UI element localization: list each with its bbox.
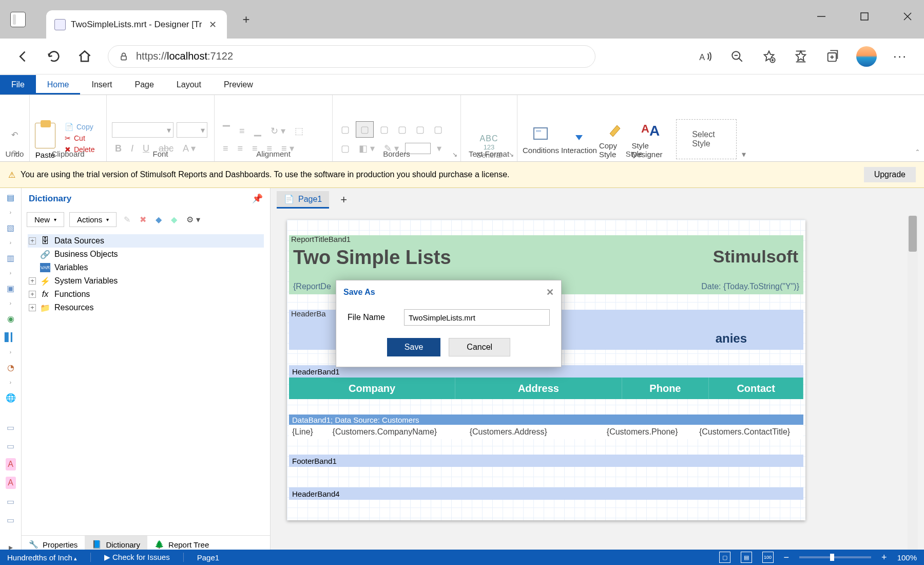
rail-panel-icon[interactable]: ◉ [5,312,17,325]
close-window-button[interactable] [896,5,919,28]
border-left-icon[interactable]: ▢ [395,123,410,136]
add-favorite-icon[interactable] [761,48,777,65]
tree-system-variables[interactable]: +⚡System Variables [28,274,264,288]
col-company[interactable]: Company [289,378,455,399]
align-bottom-icon[interactable]: ▁ [251,124,264,138]
rail-data-icon[interactable]: A [6,458,16,470]
zoom-slider[interactable] [799,556,871,558]
font-size-combo[interactable]: ▾ [177,122,207,138]
zoom-thumb[interactable] [830,554,834,561]
move-up-icon[interactable]: ◆ [153,213,164,227]
copy-button[interactable]: 📄 Copy [65,123,94,131]
cell-contact[interactable]: {Customers.ContactTitle} [696,425,803,439]
view-mode-3-icon[interactable]: 100 [762,552,774,563]
save-button[interactable]: Save [387,338,440,356]
tree-functions[interactable]: +fxFunctions [28,288,264,301]
design-canvas[interactable]: ReportTitleBand1 Two Simple Lists Stimul… [277,216,918,553]
border-all-icon[interactable]: ▢ [338,123,353,136]
rail-gauge-icon[interactable]: ◔ [5,361,17,373]
report-title-text[interactable]: Two Simple Lists [293,247,451,269]
back-button[interactable] [15,49,31,64]
data-band-1[interactable]: DataBand1; Data Source: Customers {Line}… [289,415,803,439]
tree-data-sources[interactable]: +🗄Data Sources [28,234,264,248]
ribbon-collapse-icon[interactable]: ˆ [916,149,919,158]
new-tab-button[interactable]: + [237,9,255,30]
cell-line[interactable]: {Line} [289,425,330,439]
align-top-icon[interactable]: ▔ [220,124,233,138]
pin-icon[interactable]: 📌 [252,193,263,204]
border-bottom-icon

[interactable]: ▢ [431,123,446,136]
menu-home[interactable]: Home [36,75,81,95]
col-contact[interactable]: Contact [709,378,803,399]
menu-file[interactable]: File [0,75,36,95]
companies-text[interactable]: anies [716,331,747,346]
move-down-icon[interactable]: ◆ [169,213,179,227]
more-menu-icon[interactable]: ··· [892,48,909,65]
menu-layout[interactable]: Layout [165,75,213,95]
collections-icon[interactable] [824,48,841,65]
read-aloud-icon[interactable]: A [697,48,714,65]
rail-report-title-icon[interactable]: ▭ [5,421,17,434]
check-issues-button[interactable]: ▶ Check for Issues [104,553,170,562]
settings-icon[interactable]: ⚙ ▾ [184,213,202,227]
footer-band-1[interactable]: FooterBand1 [289,455,803,467]
report-page[interactable]: ReportTitleBand1 Two Simple Lists Stimul… [287,220,805,520]
tree-resources[interactable]: +📁Resources [28,301,264,314]
borders-launcher-icon[interactable]: ↘ [452,151,457,158]
border-right-icon[interactable]: ▢ [413,123,428,136]
new-dropdown[interactable]: New▾ [27,212,64,227]
border-top-icon[interactable]: ▢ [377,123,392,136]
col-phone[interactable]: Phone [622,378,709,399]
cut-button[interactable]: ✂ Cut [65,134,94,142]
rail-barcode-icon[interactable]: ▥ [5,252,17,264]
scrollbar-thumb[interactable] [909,216,917,252]
dialog-header[interactable]: Save As ✕ [336,280,561,304]
rail-group-icon[interactable]: ▭ [5,514,17,526]
menu-insert[interactable]: Insert [80,75,123,95]
font-family-combo[interactable]: ▾ [112,122,174,138]
tree-business-objects[interactable]: 🔗Business Objects [28,248,264,261]
header-band-4[interactable]: HeaderBand4 [289,487,803,500]
zoom-in-button[interactable]: + [881,552,887,563]
rail-shape-icon[interactable]: ▣ [5,282,17,294]
add-page-button[interactable]: + [335,191,352,209]
textformat-launcher-icon[interactable]: ↘ [509,151,514,158]
filename-input[interactable] [404,309,550,326]
tab-close-button[interactable]: ✕ [207,17,219,32]
rail-map-icon[interactable]: 🌐 [5,391,17,404]
profile-avatar[interactable] [856,46,877,67]
page-tab-1[interactable]: 📄 Page1 [277,191,329,209]
col-address[interactable]: Address [455,378,622,399]
border-outer-icon[interactable]: ▢ [356,121,374,138]
cell-company[interactable]: {Customers.CompanyName} [330,425,467,439]
menu-page[interactable]: Page [123,75,165,95]
column-headers[interactable]: Company Address Phone Contact [289,378,803,399]
rail-text-icon[interactable]: ▤ [5,191,17,203]
rail-footer-icon[interactable]: A [6,477,16,489]
refresh-button[interactable] [46,49,62,64]
wrap-icon[interactable]: ⬚ [292,124,306,138]
upgrade-button[interactable]: Upgrade [864,167,916,182]
maximize-button[interactable] [853,5,876,28]
view-mode-1-icon[interactable]: ▢ [719,552,730,563]
zoom-out-icon[interactable] [729,48,745,65]
browser-tab[interactable]: TwoSimpleLists.mrt - Designer [Tr ✕ [46,10,227,39]
rotate-icon[interactable]: ↻ ▾ [267,124,288,138]
undo-icon[interactable]: ↶ [9,128,21,141]
report-date-text[interactable]: Date: {Today.ToString("Y")} [701,282,799,291]
vertical-scrollbar[interactable]: ▲ [908,216,918,553]
address-bar[interactable]: https://localhost:7122 [108,45,595,68]
rail-image-icon[interactable]: ▧ [5,221,17,234]
menu-preview[interactable]: Preview [213,75,264,95]
report-desc-text[interactable]: {ReportDe [293,282,331,291]
cell-phone[interactable]: {Customers.Phone} [604,425,696,439]
data-row[interactable]: {Line} {Customers.CompanyName} {Customer… [289,425,803,439]
delete-item-icon[interactable]: ✖ [138,213,148,227]
tab-overview-button[interactable] [10,12,26,27]
cell-address[interactable]: {Customers.Address} [467,425,604,439]
edit-icon[interactable]: ✎ [122,213,132,227]
rail-header-icon[interactable]: ▭ [5,440,17,452]
cancel-button[interactable]: Cancel [449,338,510,356]
dialog-close-button[interactable]: ✕ [546,287,554,298]
unit-dropdown[interactable]: Hundredths of Inch [7,553,77,562]
